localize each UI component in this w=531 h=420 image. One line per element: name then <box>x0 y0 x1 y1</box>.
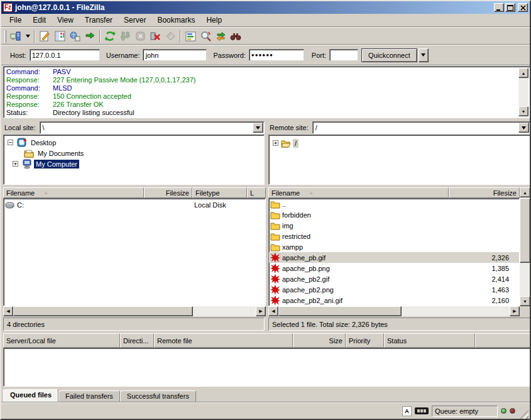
remote-list-body[interactable]: .. forbidden img restricted xampp apache… <box>268 198 520 306</box>
queue-column-direction[interactable]: Directi... <box>120 333 154 348</box>
tab-queued-files[interactable]: Queued files <box>3 389 58 402</box>
toggle-remote-tree-button[interactable] <box>67 30 82 43</box>
queue-tabs: Queued files Failed transfers Successful… <box>3 389 528 402</box>
disconnect-button[interactable] <box>148 30 163 43</box>
remote-file-row[interactable]: apache_pb2.gif 2,414 <box>269 274 519 284</box>
tree-item-desktop[interactable]: − Desktop <box>8 137 58 148</box>
remote-file-row[interactable]: apache_pb.png 1,385 <box>269 263 519 274</box>
synchronized-browsing-button[interactable] <box>213 30 228 43</box>
tab-failed-transfers[interactable]: Failed transfers <box>58 390 120 402</box>
tree-item-my-computer[interactable]: + My Computer <box>13 158 79 169</box>
log-label: Response: <box>6 101 53 109</box>
remote-file-row[interactable]: apache_pb2_ani.gif 2,160 <box>269 295 519 306</box>
scroll-down-button[interactable]: ▼ <box>520 296 530 306</box>
local-column-filename[interactable]: Filename ▲ <box>3 187 144 198</box>
queue-body[interactable] <box>3 348 530 387</box>
site-manager-icon <box>10 31 21 42</box>
menu-view[interactable]: View <box>52 14 79 26</box>
quickconnect-dropdown-button[interactable] <box>419 48 429 62</box>
scroll-right-button[interactable]: ▶ <box>510 306 520 316</box>
quickconnect-button[interactable]: Quickconnect <box>361 48 417 62</box>
scrollbar-thumb[interactable] <box>13 306 193 316</box>
directory-comparison-button[interactable] <box>198 30 213 43</box>
reconnect-button[interactable] <box>163 30 178 43</box>
column-label: Size <box>329 337 342 345</box>
local-horizontal-scrollbar[interactable]: ◀ ▶ <box>3 306 266 316</box>
remote-horizontal-scrollbar[interactable]: ◀ ▶ <box>268 306 520 316</box>
local-file-row[interactable]: C: Local Disk <box>4 199 265 210</box>
maximize-button[interactable] <box>505 3 515 12</box>
remote-file-row[interactable]: .. <box>269 199 519 209</box>
queue-column-remote-file[interactable]: Remote file <box>154 333 293 348</box>
remote-site-dropdown-button[interactable] <box>518 123 529 133</box>
tree-item-root[interactable]: + / <box>273 138 298 148</box>
minimize-button[interactable] <box>494 3 504 12</box>
folder-icon <box>270 242 280 252</box>
host-input[interactable] <box>30 49 100 61</box>
expand-icon[interactable]: + <box>13 161 18 167</box>
menu-help[interactable]: Help <box>200 14 227 26</box>
toolbar <box>1 28 530 45</box>
remote-file-row[interactable]: img <box>269 220 519 231</box>
remote-file-row[interactable]: xampp <box>269 241 519 252</box>
site-manager-button[interactable] <box>8 30 23 43</box>
username-input[interactable] <box>143 49 207 61</box>
remote-column-filesize[interactable]: Filesize <box>449 187 520 198</box>
tab-successful-transfers[interactable]: Successful transfers <box>120 390 196 402</box>
toggle-local-tree-button[interactable] <box>52 30 67 43</box>
toggle-transfer-queue-button[interactable] <box>82 30 97 43</box>
filename-filters-button[interactable] <box>183 30 198 43</box>
local-site-dropdown-button[interactable] <box>253 123 263 133</box>
queue-column-status[interactable]: Status <box>384 333 475 348</box>
scroll-up-button[interactable]: ▲ <box>520 187 530 197</box>
log-line: Response: 150 Connection accepted <box>6 92 517 101</box>
toolbar-gripper[interactable] <box>4 30 6 43</box>
scroll-down-button[interactable]: ▼ <box>518 106 528 116</box>
menu-edit[interactable]: Edit <box>27 14 52 26</box>
password-input[interactable] <box>249 49 304 61</box>
tab-label: Failed transfers <box>65 392 113 400</box>
cancel-button[interactable] <box>133 30 148 43</box>
close-button[interactable] <box>518 3 528 12</box>
remote-tree[interactable]: + / <box>268 135 530 185</box>
expand-icon[interactable]: + <box>273 140 278 146</box>
remote-column-filename[interactable]: Filename ▲ <box>268 187 449 198</box>
queue-column-priority[interactable]: Priority <box>346 333 384 348</box>
local-column-filesize[interactable]: Filesize <box>144 187 192 198</box>
menu-bookmarks[interactable]: Bookmarks <box>151 14 200 26</box>
refresh-button[interactable] <box>102 30 118 43</box>
site-manager-dropdown-button[interactable] <box>23 30 32 43</box>
remote-site-combo[interactable]: / <box>312 121 530 134</box>
menu-transfer[interactable]: Transfer <box>79 14 118 26</box>
local-tree[interactable]: − Desktop My Documents + <box>3 135 265 185</box>
queue-column-blank[interactable] <box>475 333 530 348</box>
log-scrollbar[interactable]: ▲ ▼ <box>518 68 528 116</box>
local-site-combo[interactable]: \ <box>40 121 265 134</box>
queue-column-server-local-file[interactable]: Server/Local file <box>3 333 120 348</box>
collapse-icon[interactable]: − <box>8 140 13 145</box>
title-bar[interactable]: Fz john@127.0.0.1 - FileZilla <box>1 1 530 14</box>
scroll-left-button[interactable]: ◀ <box>268 306 278 316</box>
tree-item-my-documents[interactable]: My Documents <box>23 148 85 158</box>
remote-file-row[interactable]: forbidden <box>269 209 519 220</box>
toggle-message-log-button[interactable] <box>37 30 52 43</box>
remote-file-row[interactable]: apache_pb2.png 1,463 <box>269 284 519 295</box>
local-list-body[interactable]: C: Local Disk <box>3 198 266 306</box>
menu-file[interactable]: File <box>4 14 27 26</box>
scroll-right-button[interactable]: ▶ <box>256 306 266 316</box>
remote-file-row[interactable]: restricted <box>269 231 519 241</box>
scroll-left-button[interactable]: ◀ <box>3 306 13 316</box>
scroll-up-button[interactable]: ▲ <box>518 68 528 78</box>
process-queue-button[interactable] <box>118 30 133 43</box>
queue-column-size[interactable]: Size <box>293 333 346 348</box>
resize-grip[interactable] <box>520 410 528 419</box>
scrollbar-thumb[interactable] <box>278 306 402 316</box>
scrollbar-thumb[interactable] <box>520 198 530 263</box>
port-input[interactable] <box>329 49 358 61</box>
local-column-last-modified[interactable]: L <box>247 187 266 198</box>
local-column-filetype[interactable]: Filetype <box>192 187 247 198</box>
remote-vertical-scrollbar[interactable]: ▲ ▼ <box>520 187 530 306</box>
remote-file-row-selected[interactable]: apache_pb.gif 2,326 <box>269 252 519 263</box>
menu-server[interactable]: Server <box>118 14 151 26</box>
find-files-button[interactable] <box>228 30 243 43</box>
